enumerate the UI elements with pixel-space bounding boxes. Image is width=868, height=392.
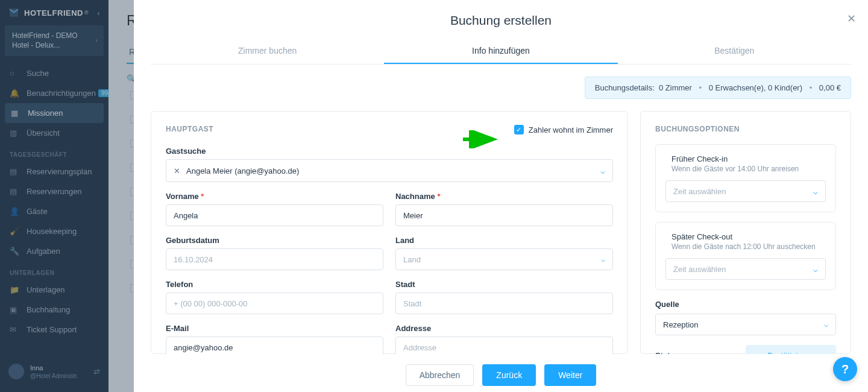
payer-in-room-checkbox[interactable]: ✓ Zahler wohnt im Zimmer [514,125,613,134]
next-button[interactable]: Weiter [544,364,596,386]
guest-search-select[interactable]: ✕ Angela Meier (angie@yahoo.de) ⌵ [166,159,613,182]
modal-title: Buchung erstellen [134,13,868,28]
help-button[interactable]: ? [833,357,857,381]
chevron-down-icon: ⌵ [601,255,605,264]
telefon-input[interactable] [166,292,383,314]
vorname-input[interactable] [166,204,383,226]
tab-bestaetigen[interactable]: Bestätigen [618,39,851,64]
late-checkout-option: Später Check-out Wenn die Gäste nach 12:… [655,222,836,290]
early-checkin-time-select[interactable]: Zeit auswählen ⌵ [665,180,826,202]
nachname-input[interactable] [395,204,613,226]
booking-summary: Buchungsdetails: 0 Zimmer • 0 Erwachsen(… [585,77,851,99]
geburtsdatum-input[interactable] [166,248,383,270]
land-select[interactable]: Land⌵ [395,248,613,270]
modal-footer: Abbrechen Zurück Weiter [134,354,868,392]
tab-zimmer-buchen[interactable]: Zimmer buchen [151,39,384,64]
chevron-down-icon: ⌵ [824,320,828,329]
tab-info-hinzufuegen[interactable]: Info hinzufügen [384,39,617,64]
section-buchungsoptionen: BUCHUNGSOPTIONEN [655,125,836,133]
quelle-select[interactable]: Rezeption ⌵ [655,314,836,335]
label-land: Land [395,236,613,245]
label-nachname: Nachname * [395,192,613,201]
clear-guest-icon[interactable]: ✕ [174,166,180,175]
main-guest-card: HAUPTGAST ✓ Zahler wohnt im Zimmer Gasts… [151,111,628,354]
label-vorname: Vorname * [166,192,383,201]
early-checkin-option: Früher Check-in Wenn die Gäste vor 14:00… [655,144,836,212]
label-stadt: Stadt [395,280,613,289]
chevron-down-icon: ⌵ [813,187,818,196]
cancel-button[interactable]: Abbrechen [406,364,474,386]
booking-options-card: BUCHUNGSOPTIONEN Früher Check-in Wenn di… [640,111,851,354]
stadt-input[interactable] [395,292,613,314]
chevron-down-icon: ⌵ [813,265,818,274]
label-geburtsdatum: Geburtsdatum [166,236,383,245]
close-icon[interactable]: ✕ [847,12,856,25]
checkbox-checked-icon: ✓ [514,125,524,134]
email-input[interactable] [166,337,383,354]
section-hauptgast: HAUPTGAST [166,125,213,133]
addresse-input[interactable] [395,337,613,354]
modal-header: Buchung erstellen ✕ [134,0,868,39]
label-addresse: Addresse [395,324,613,333]
back-button[interactable]: Zurück [482,364,536,386]
late-checkout-time-select[interactable]: Zeit auswählen ⌵ [665,258,826,280]
label-telefon: Telefon [166,280,383,289]
create-booking-modal: Buchung erstellen ✕ Zimmer buchen Info h… [134,0,868,392]
modal-tabs: Zimmer buchen Info hinzufügen Bestätigen [151,39,851,65]
label-quelle: Quelle [655,300,836,309]
annotation-arrow [462,130,498,148]
label-email: E-Mail [166,324,383,333]
status-select[interactable]: Bestätigt ⌵ [746,345,836,354]
label-gastsuche: Gastsuche [166,147,613,156]
chevron-down-icon: ⌵ [600,166,605,175]
